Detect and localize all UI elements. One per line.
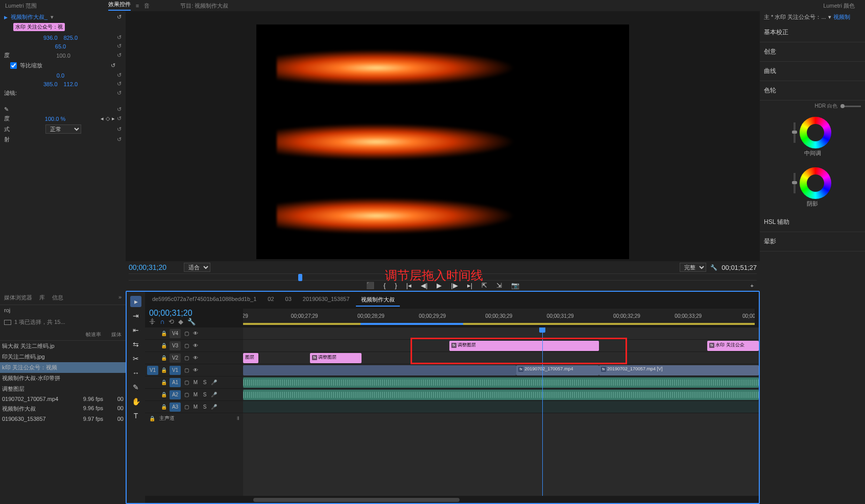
razor-tool-icon[interactable]: ✂ [130,353,141,364]
eye-icon[interactable]: 👁 [192,331,199,336]
marker-icon[interactable]: ⬛ [366,282,374,289]
extract-icon[interactable]: ⇲ [496,282,502,289]
clip-a1[interactable] [243,377,759,388]
add-button-icon[interactable]: + [751,283,754,289]
eyedropper-icon[interactable]: ✎ [4,106,9,113]
section-curves[interactable]: 曲线 [760,62,865,81]
tab-seq4[interactable]: 20190630_153857 [298,294,355,307]
selection-tool-icon[interactable]: ▸ [130,296,141,307]
tab-library[interactable]: 库 [39,294,45,301]
clip-v2b[interactable]: fx调整图层 [310,353,362,363]
slip-tool-icon[interactable]: ↔ [130,367,141,379]
shadow-wheel[interactable] [800,167,831,199]
tab-eq-icon[interactable]: ≡ [136,3,139,9]
list-item: k印 关注公众号：视频 [0,362,126,373]
program-current-timecode[interactable]: 00;00;31;20 [129,263,180,271]
scale-row[interactable]: 65.0↺ [0,42,126,51]
shadow-slider[interactable] [794,173,796,193]
timeline-hscroll[interactable] [243,497,759,503]
hand-tool-icon[interactable]: ✋ [130,396,141,407]
link-icon[interactable]: ⟲ [169,318,174,325]
clip-adjustment-layer[interactable]: fx调整图层 [449,341,599,351]
tab-seq1[interactable]: de5995c072a7ef74501b6a1088bedd1b_1 [147,294,261,307]
uniform-scale-checkbox[interactable] [10,62,17,69]
track-head-v1: V1🔒V1▢👁 [145,364,243,376]
col-framerate[interactable]: 帧速率 [70,331,101,338]
master-link[interactable]: 视频制 [833,13,850,21]
right-gutter [760,291,865,504]
disclosure-icon[interactable]: ▶ [4,15,8,20]
track-select-fwd-icon[interactable]: ⇥ [130,310,141,321]
kf-next-icon[interactable]: ▸ [112,115,115,122]
program-duration: 00;01;51;27 [722,264,757,271]
chevron-down-icon[interactable]: ▾ [51,14,54,20]
clip-v1a[interactable]: fx20190702_170057.mp4 [516,365,599,375]
project-panel: 媒体浏览器 库 信息 » roj 1 项已选择，共 15... 帧速率 媒体 辑… [0,291,126,504]
section-vignette[interactable]: 晕影 [760,232,865,251]
reset-icon[interactable]: ↺ [117,14,122,20]
position-row[interactable]: 936.0825.0↺ [0,33,126,42]
section-hsl[interactable]: HSL 辅助 [760,213,865,232]
scale-width-row[interactable]: 度100.0↺ [0,51,126,60]
clip-watermark[interactable]: fx水印 关注公众 [707,341,759,351]
quality-select[interactable]: 完整 [680,263,706,272]
selected-clip-chip[interactable]: 水印 关注公众号：视 [13,23,65,31]
clip-v1b[interactable]: fx20190702_170057.mp4 [V] [599,365,759,375]
rotation-row[interactable]: 0.0↺ [0,71,126,80]
clip-a2[interactable] [243,390,759,400]
uniform-scale-row[interactable]: 等比缩放 ↺ [0,60,126,71]
settings-icon[interactable]: 🔧 [187,318,196,325]
tool-palette: ▸ ⇥ ⇤ ⇆ ✂ ↔ ✎ ✋ T [127,292,145,503]
panel-overflow-icon[interactable]: » [118,294,122,301]
clip-v2a[interactable]: 图层 [243,353,258,363]
pen-tool-icon[interactable]: ✎ [130,382,141,393]
timeline-track-content[interactable]: fx调整图层 fx水印 关注公众 图层 fx调整图层 fx20190702_17… [243,327,759,496]
tab-audio[interactable]: 音 [144,2,150,10]
marker-tl-icon[interactable]: ◆ [178,318,183,325]
kf-add-icon[interactable]: ◇ [106,115,110,122]
blend-mode-select[interactable]: 正常 [45,124,81,134]
blend-mode-row[interactable]: 式 正常 ↺ [0,123,126,135]
track-select-back-icon[interactable]: ⇤ [130,324,141,336]
track-head-a2: 🔒A2▢MS🎤 [145,389,243,401]
tab-effects-controls[interactable]: 效果控件 [108,1,131,11]
sync-icon[interactable]: ▢ [183,331,190,336]
ripple-edit-icon[interactable]: ⇆ [130,339,141,350]
hdr-slider[interactable] [840,106,861,107]
clip-v1-left[interactable] [243,365,516,375]
tab-info[interactable]: 信息 [52,294,63,301]
filter-row[interactable]: 滤镜:↺ [0,88,126,98]
mic-icon[interactable]: 🎤 [210,380,218,385]
section-creative[interactable]: 创意 [760,42,865,62]
export-frame-icon[interactable]: 📷 [511,282,519,289]
tab-lumetri-color[interactable]: Lumetri 颜色 [823,2,855,10]
master-dropdown-icon[interactable]: ▾ [828,14,831,20]
program-monitor-view[interactable] [256,24,629,259]
opacity-row[interactable]: 度100.0 % ◂◇▸↺ [0,114,126,123]
timeline-timecode[interactable]: 00;00;31;20 [149,309,239,318]
tab-media-browser[interactable]: 媒体浏览器 [4,294,32,301]
sequence-name[interactable]: 视频制作大叔_ [11,13,47,21]
midtone-slider[interactable] [794,122,796,143]
snap-icon[interactable]: ⸎ [149,318,156,325]
lock-icon[interactable]: 🔒 [160,331,167,336]
tab-seq3[interactable]: 03 [280,294,297,307]
kf-prev-icon[interactable]: ◂ [101,115,104,122]
fit-select[interactable]: 适合 [184,263,210,272]
section-basic-correction[interactable]: 基本校正 [760,23,865,42]
midtone-wheel[interactable] [800,117,831,148]
magnet-icon[interactable]: ∩ [160,318,164,325]
tab-lumetri-scope[interactable]: Lumetri 范围 [5,2,37,10]
timeline-panel: ▸ ⇥ ⇤ ⇆ ✂ ↔ ✎ ✋ T de5995c072a7ef74501b6a… [126,291,760,504]
section-color-wheels[interactable]: 色轮 [760,81,865,100]
tab-seq5[interactable]: 视频制作大叔 [356,294,400,307]
clip-thumbnail-icon [4,320,11,325]
type-tool-icon[interactable]: T [130,410,141,421]
col-media[interactable]: 媒体 [101,331,122,338]
anchor-row[interactable]: 385.0112.0↺ [0,80,126,88]
tab-seq2[interactable]: 02 [262,294,279,307]
list-item: 辑大叔 关注二维码.jp [0,341,126,351]
wrench-icon[interactable]: 🔧 [710,264,717,271]
timeline-ruler[interactable]: 5;29 00;00;27;29 00;00;28;29 00;00;29;29… [243,309,755,325]
mix-meter-icon[interactable]: ⫴ [237,415,239,421]
